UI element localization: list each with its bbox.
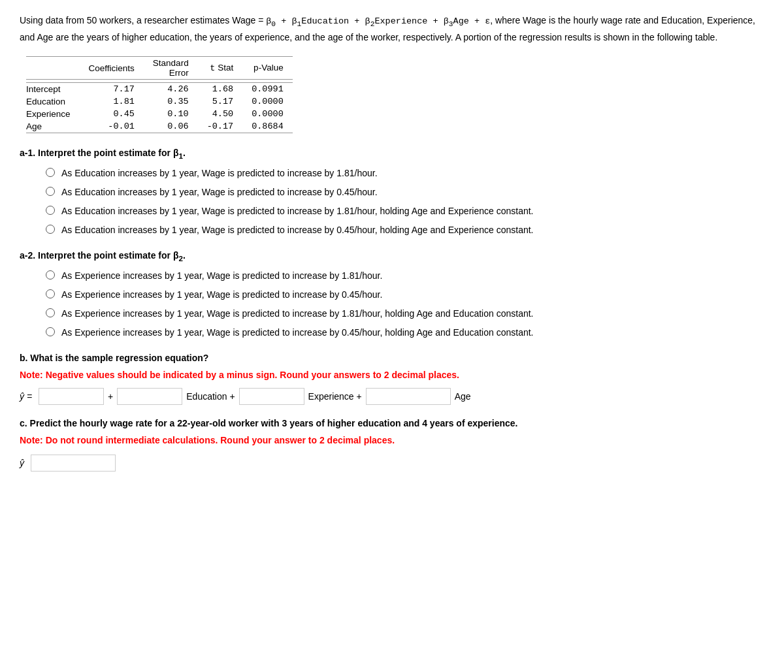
- c-heading: c. Predict the hourly wage rate for a 22…: [20, 418, 764, 428]
- a1-option-1[interactable]: As Education increases by 1 year, Wage i…: [46, 167, 764, 180]
- a2-radio-2[interactable]: [46, 289, 55, 298]
- a2-options: As Experience increases by 1 year, Wage …: [46, 269, 764, 340]
- col-header-tstat: t Stat: [198, 57, 243, 80]
- a2-radio-1[interactable]: [46, 270, 55, 280]
- a1-label: a-1.: [20, 148, 35, 158]
- a1-radio-1[interactable]: [46, 168, 55, 177]
- equation-row: ŷ = + Education + Experience + Age: [20, 388, 764, 405]
- a2-option-2[interactable]: As Experience increases by 1 year, Wage …: [46, 288, 764, 302]
- eq-age-label: Age: [455, 391, 471, 402]
- a1-radio-4[interactable]: [46, 225, 55, 234]
- eq-plus-1: +: [108, 391, 113, 402]
- a1-heading: a-1. Interpret the point estimate for β1…: [20, 148, 764, 160]
- c-answer-input[interactable]: [31, 455, 116, 472]
- table-row-age: Age -0.01 0.06 -0.17 0.8684: [26, 120, 293, 133]
- a1-option-2[interactable]: As Education increases by 1 year, Wage i…: [46, 185, 764, 199]
- intro-paragraph: Using data from 50 workers, a researcher…: [20, 13, 764, 44]
- b-label: b.: [20, 353, 27, 363]
- c-note: Note: Do not round intermediate calculat…: [20, 435, 764, 445]
- c-yhat-label: ŷ: [20, 458, 24, 468]
- eq-experience-label: Experience +: [308, 391, 362, 402]
- a1-options: As Education increases by 1 year, Wage i…: [46, 167, 764, 237]
- col-header-pvalue: p-Value: [242, 57, 293, 80]
- table-row-intercept: Intercept 7.17 4.26 1.68 0.0991: [26, 83, 293, 96]
- col-header-se: StandardError: [144, 57, 198, 80]
- eq-input-intercept[interactable]: [39, 388, 104, 405]
- b-note: Note: Negative values should be indicate…: [20, 370, 764, 380]
- eq-education-label: Education +: [186, 391, 235, 402]
- eq-input-experience-coeff[interactable]: [239, 388, 304, 405]
- b-heading: b. What is the sample regression equatio…: [20, 353, 764, 363]
- a2-option-3[interactable]: As Experience increases by 1 year, Wage …: [46, 307, 764, 321]
- a2-heading: a-2. Interpret the point estimate for β2…: [20, 250, 764, 263]
- a1-option-4[interactable]: As Education increases by 1 year, Wage i…: [46, 223, 764, 237]
- a1-radio-3[interactable]: [46, 206, 55, 215]
- a2-label: a-2.: [20, 250, 35, 261]
- a2-option-4[interactable]: As Experience increases by 1 year, Wage …: [46, 326, 764, 340]
- eq-input-age-coeff[interactable]: [366, 388, 451, 405]
- a2-option-1[interactable]: As Experience increases by 1 year, Wage …: [46, 269, 764, 283]
- regression-results-table: Coefficients StandardError t Stat p-Valu…: [26, 56, 293, 133]
- c-answer-row: ŷ: [20, 455, 764, 472]
- a1-option-3[interactable]: As Education increases by 1 year, Wage i…: [46, 204, 764, 218]
- a1-radio-2[interactable]: [46, 187, 55, 196]
- col-header-coefficients: Coefficients: [80, 57, 144, 80]
- eq-yhat-label: ŷ =: [20, 391, 32, 402]
- table-row-education: Education 1.81 0.35 5.17 0.0000: [26, 95, 293, 108]
- a2-radio-3[interactable]: [46, 308, 55, 317]
- c-label: c.: [20, 418, 27, 428]
- table-row-experience: Experience 0.45 0.10 4.50 0.0000: [26, 108, 293, 120]
- eq-input-education-coeff[interactable]: [117, 388, 182, 405]
- a2-radio-4[interactable]: [46, 327, 55, 336]
